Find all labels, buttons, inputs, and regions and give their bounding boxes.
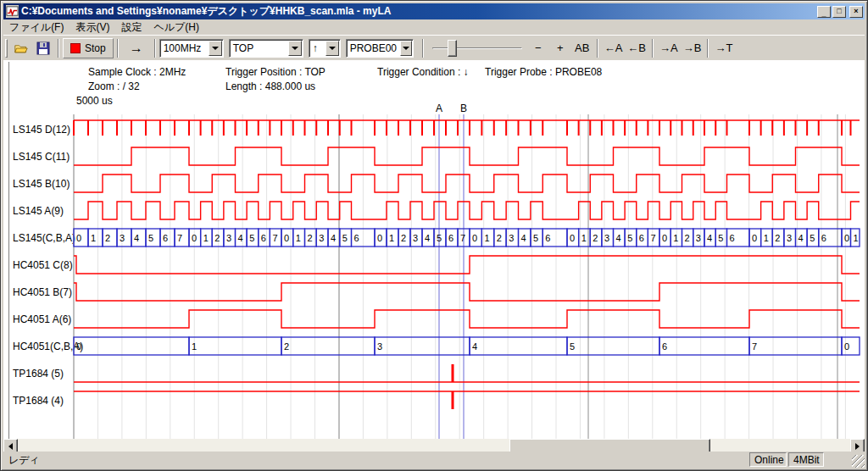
channel-wave-10 xyxy=(74,391,860,409)
svg-text:4: 4 xyxy=(707,233,712,243)
svg-text:7: 7 xyxy=(752,341,757,352)
svg-text:7: 7 xyxy=(650,233,655,243)
svg-text:4: 4 xyxy=(331,233,336,243)
svg-text:4: 4 xyxy=(616,233,621,243)
svg-text:0: 0 xyxy=(570,233,575,243)
svg-text:5: 5 xyxy=(342,233,348,243)
status-online-badge: Online xyxy=(749,452,787,467)
status-ready-text: レディ xyxy=(8,453,40,468)
waveform-plot[interactable]: AB01234567012345670123456012345670123456… xyxy=(1,1,868,471)
channel-wave-1 xyxy=(74,147,860,165)
svg-text:1: 1 xyxy=(389,233,394,243)
cursor-lines[interactable]: AB xyxy=(436,103,467,439)
svg-text:6: 6 xyxy=(354,233,359,243)
svg-text:6: 6 xyxy=(545,233,550,243)
status-memory-badge: 4MBit xyxy=(788,452,824,467)
svg-text:2: 2 xyxy=(685,233,690,243)
svg-text:0: 0 xyxy=(844,341,849,352)
svg-text:7: 7 xyxy=(272,233,277,243)
channel-wave-9 xyxy=(74,364,860,382)
svg-text:2: 2 xyxy=(308,233,313,243)
svg-text:2: 2 xyxy=(105,233,110,243)
svg-text:1: 1 xyxy=(764,233,769,243)
svg-text:3: 3 xyxy=(696,233,701,243)
svg-text:6: 6 xyxy=(448,233,453,243)
arrow-left-icon xyxy=(8,443,13,450)
channel-wave-4: 0123456701234567012345601234567012345601… xyxy=(74,229,860,247)
svg-text:6: 6 xyxy=(261,233,266,243)
svg-text:1: 1 xyxy=(203,233,209,243)
svg-text:4: 4 xyxy=(425,233,430,243)
svg-text:4: 4 xyxy=(798,233,804,243)
svg-text:5: 5 xyxy=(810,233,815,243)
app-window: C:¥Documents and Settings¥noname¥デスクトップ¥… xyxy=(0,0,868,471)
svg-text:7: 7 xyxy=(177,233,182,243)
svg-text:4: 4 xyxy=(521,233,526,243)
svg-text:3: 3 xyxy=(413,233,418,243)
svg-text:1: 1 xyxy=(296,233,301,243)
cursor-b-label: B xyxy=(460,103,467,114)
cursor-a-label: A xyxy=(436,103,442,114)
svg-text:3: 3 xyxy=(120,233,125,243)
svg-text:0: 0 xyxy=(192,233,197,243)
svg-text:6: 6 xyxy=(730,233,735,243)
svg-text:0: 0 xyxy=(752,233,757,243)
svg-text:5: 5 xyxy=(570,341,575,352)
svg-text:0: 0 xyxy=(844,233,849,243)
svg-text:0: 0 xyxy=(284,233,289,243)
svg-text:5: 5 xyxy=(533,233,538,243)
svg-text:3: 3 xyxy=(604,233,609,243)
channel-wave-3 xyxy=(74,202,860,219)
svg-text:3: 3 xyxy=(226,233,231,243)
svg-text:1: 1 xyxy=(581,233,587,243)
svg-text:3: 3 xyxy=(377,341,382,352)
svg-text:1: 1 xyxy=(192,341,197,352)
channel-wave-7 xyxy=(74,310,860,328)
svg-text:6: 6 xyxy=(821,233,826,243)
channel-wave-0 xyxy=(74,120,860,136)
svg-text:5: 5 xyxy=(627,233,632,243)
svg-text:1: 1 xyxy=(673,233,678,243)
svg-text:2: 2 xyxy=(284,341,289,352)
channel-wave-2 xyxy=(74,175,860,192)
svg-text:5: 5 xyxy=(718,233,723,243)
channel-wave-5 xyxy=(74,256,860,274)
waveform-client: Sample Clock : 2MHz Trigger Position : T… xyxy=(3,60,865,439)
svg-text:3: 3 xyxy=(787,233,792,243)
svg-text:2: 2 xyxy=(593,233,598,243)
svg-text:5: 5 xyxy=(437,233,442,243)
resize-grip[interactable] xyxy=(852,455,865,468)
svg-text:0: 0 xyxy=(76,341,81,352)
svg-text:1: 1 xyxy=(484,233,489,243)
svg-text:4: 4 xyxy=(134,233,139,243)
svg-text:0: 0 xyxy=(662,233,667,243)
svg-text:0: 0 xyxy=(76,233,81,243)
svg-text:4: 4 xyxy=(472,341,477,352)
svg-text:6: 6 xyxy=(639,233,644,243)
arrow-right-icon xyxy=(855,443,860,450)
status-bar: レディ Online 4MBit xyxy=(3,452,865,468)
svg-text:7: 7 xyxy=(460,233,465,243)
svg-text:6: 6 xyxy=(163,233,168,243)
svg-text:1: 1 xyxy=(854,233,859,243)
svg-text:0: 0 xyxy=(377,233,382,243)
svg-text:2: 2 xyxy=(401,233,406,243)
svg-text:5: 5 xyxy=(249,233,254,243)
svg-text:2: 2 xyxy=(497,233,502,243)
svg-text:0: 0 xyxy=(472,233,477,243)
channel-wave-6 xyxy=(74,283,860,301)
svg-text:5: 5 xyxy=(148,233,153,243)
svg-text:3: 3 xyxy=(319,233,324,243)
svg-text:3: 3 xyxy=(509,233,514,243)
svg-text:2: 2 xyxy=(775,233,780,243)
svg-text:2: 2 xyxy=(214,233,220,243)
svg-text:1: 1 xyxy=(91,233,96,243)
svg-text:6: 6 xyxy=(662,341,667,352)
svg-text:4: 4 xyxy=(238,233,243,243)
channel-wave-8: 012345670 xyxy=(74,337,860,355)
